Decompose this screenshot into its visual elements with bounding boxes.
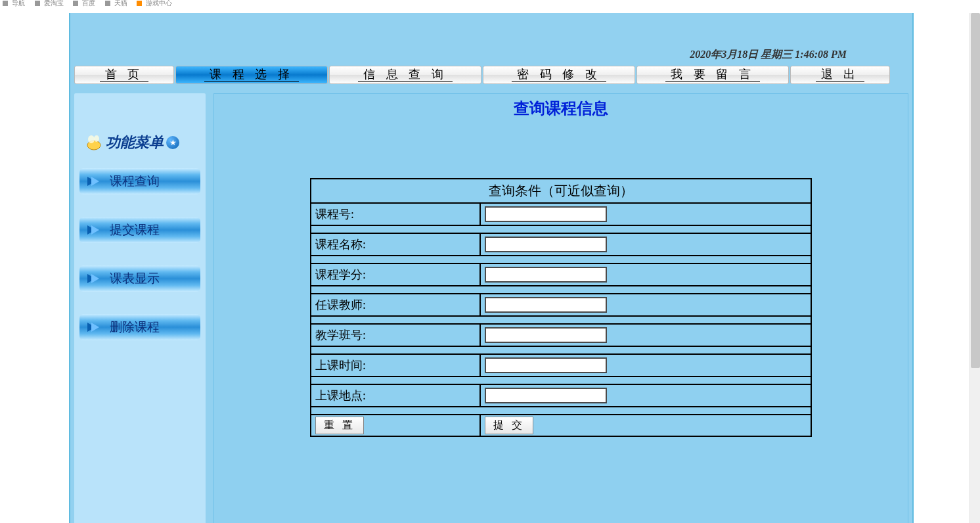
nav-info-query[interactable]: 信 息 查 询 bbox=[329, 66, 481, 84]
nav-course-select[interactable]: 课 程 选 择 bbox=[175, 66, 328, 84]
submit-button[interactable]: 提 交 bbox=[485, 417, 533, 434]
nav-home[interactable]: 首 页 bbox=[74, 66, 174, 84]
nav-bar: 首 页 课 程 选 择 信 息 查 询 密 码 修 改 我 要 留 言 退 出 bbox=[70, 66, 912, 84]
svg-marker-4 bbox=[91, 177, 99, 186]
svg-marker-6 bbox=[91, 225, 99, 235]
input-time[interactable] bbox=[485, 357, 607, 373]
label-course-name: 课程名称: bbox=[311, 233, 480, 256]
star-icon: ★ bbox=[166, 136, 179, 149]
svg-marker-10 bbox=[91, 323, 99, 332]
input-teacher[interactable] bbox=[485, 297, 607, 313]
input-course-name[interactable] bbox=[485, 237, 607, 252]
nav-message[interactable]: 我 要 留 言 bbox=[636, 66, 789, 84]
svg-marker-8 bbox=[91, 274, 99, 283]
reset-button[interactable]: 重 置 bbox=[315, 417, 364, 434]
sidebar-item-label: 课表显示 bbox=[110, 270, 160, 287]
header: 2020年3月18日 星期三 1:46:08 PM bbox=[70, 13, 912, 66]
label-place: 上课地点: bbox=[311, 384, 480, 407]
sidebar-item-label: 课程查询 bbox=[110, 173, 160, 190]
sidebar-item-timetable[interactable]: 课表显示 bbox=[79, 265, 200, 292]
sidebar-item-course-query[interactable]: 课程查询 bbox=[79, 168, 200, 194]
main-panel: 查询课程信息 查询条件（可近似查询） 课程号: 课程名称: bbox=[213, 93, 908, 523]
page-title: 查询课程信息 bbox=[214, 98, 908, 119]
datetime: 2020年3月18日 星期三 1:46:08 PM bbox=[690, 48, 847, 62]
svg-point-2 bbox=[94, 135, 99, 142]
label-class-no: 教学班号: bbox=[311, 324, 480, 346]
scrollbar-thumb[interactable] bbox=[971, 13, 980, 368]
sidebar-item-delete-course[interactable]: 删除课程 bbox=[79, 314, 200, 340]
bookmark-bar: 导航 爱淘宝 百度 天猫 游戏中心 bbox=[0, 0, 980, 7]
query-form: 查询条件（可近似查询） 课程号: 课程名称: 课程学分: bbox=[310, 178, 812, 437]
arrow-icon bbox=[86, 321, 100, 333]
label-time: 上课时间: bbox=[311, 354, 480, 376]
bee-icon bbox=[82, 133, 103, 152]
label-course-no: 课程号: bbox=[311, 203, 480, 225]
input-course-no[interactable] bbox=[485, 206, 607, 222]
nav-exit[interactable]: 退 出 bbox=[790, 66, 890, 84]
nav-password-change[interactable]: 密 码 修 改 bbox=[483, 66, 635, 84]
input-place[interactable] bbox=[485, 388, 607, 403]
sidebar-item-label: 提交课程 bbox=[110, 221, 160, 239]
form-header: 查询条件（可近似查询） bbox=[311, 179, 811, 203]
arrow-icon bbox=[86, 224, 100, 236]
sidebar-item-submit-course[interactable]: 提交课程 bbox=[79, 217, 200, 243]
sidebar: 功能菜单 ★ 课程查询 提交课程 bbox=[74, 93, 206, 523]
sidebar-item-label: 删除课程 bbox=[110, 319, 160, 336]
arrow-icon bbox=[86, 175, 100, 187]
arrow-icon bbox=[86, 273, 100, 284]
label-teacher: 任课教师: bbox=[311, 294, 480, 316]
svg-point-1 bbox=[88, 135, 95, 143]
input-class-no[interactable] bbox=[485, 327, 607, 343]
label-course-credit: 课程学分: bbox=[311, 263, 480, 286]
scrollbar[interactable] bbox=[969, 13, 980, 523]
sidebar-title: 功能菜单 ★ bbox=[79, 133, 200, 152]
input-course-credit[interactable] bbox=[485, 267, 607, 283]
